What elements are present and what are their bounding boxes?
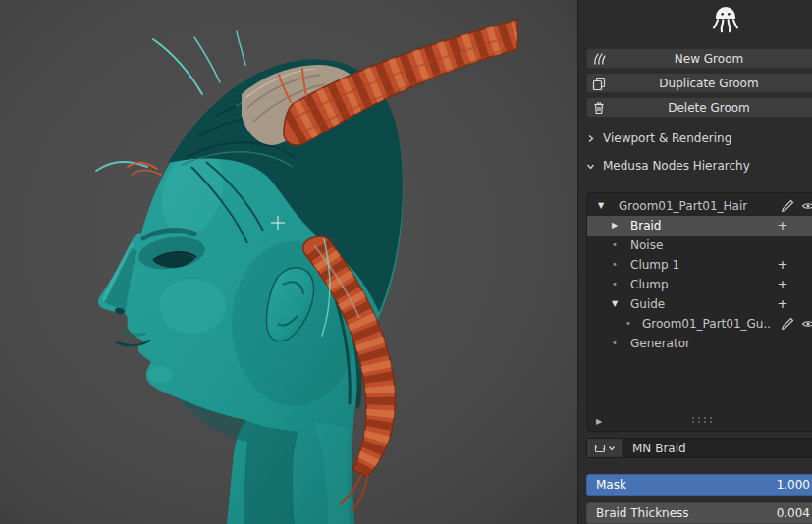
bullet-icon: • <box>609 255 621 275</box>
bullet-icon: • <box>609 334 621 353</box>
duplicate-icon <box>592 77 606 90</box>
tree-row-groom01-guide[interactable]: • Groom01_Part01_Gu... <box>587 314 812 334</box>
pencil-icon[interactable] <box>781 317 794 331</box>
tree-expand-icon[interactable]: ▶ <box>596 417 602 426</box>
chevron-right-icon <box>586 134 595 143</box>
mask-slider-value: 1.000 <box>777 478 810 492</box>
bullet-icon: • <box>609 236 621 255</box>
collapsed-disclosure-icon[interactable]: ▶ <box>609 216 621 236</box>
3d-viewport[interactable] <box>0 0 577 524</box>
node-group-icon <box>594 443 606 454</box>
bullet-icon: • <box>623 314 634 334</box>
tree-row-label: Generator <box>630 337 690 350</box>
viewport-canvas[interactable] <box>0 0 577 524</box>
tree-row-label: Clump <box>630 278 669 291</box>
tree-row-label: Braid <box>630 219 661 233</box>
braid-thickness-value: 0.004 <box>777 506 810 520</box>
trash-icon <box>592 101 606 115</box>
mask-slider[interactable]: Mask 1.000 <box>586 474 812 496</box>
braid-thickness-slider[interactable]: Braid Thickness 0.004 <box>586 502 812 524</box>
medusa-nodes-tree: ▼ Groom01_Part01_Hair ▶ Braid + • Noise … <box>586 192 812 432</box>
pencil-icon[interactable] <box>781 199 794 213</box>
section-hierarchy-label: Medusa Nodes Hierarchy <box>603 159 750 173</box>
add-node-button[interactable]: + <box>776 216 789 236</box>
expanded-disclosure-icon[interactable]: ▼ <box>609 294 621 314</box>
section-viewport-rendering[interactable]: Viewport & Rendering <box>586 129 812 148</box>
sidebar-panel: New Groom Duplicate Groom Delete Groom V… <box>577 0 812 524</box>
section-medusa-hierarchy[interactable]: Medusa Nodes Hierarchy <box>586 156 812 176</box>
mask-slider-label: Mask <box>596 478 626 492</box>
delete-groom-button[interactable]: Delete Groom <box>586 97 812 118</box>
tree-row-label: Groom01_Part01_Gu... <box>642 317 770 331</box>
medusa-logo-icon <box>710 3 741 42</box>
delete-groom-label: Delete Groom <box>668 101 750 115</box>
tree-row-label: Groom01_Part01_Hair <box>619 199 747 213</box>
add-node-button[interactable]: + <box>776 275 789 294</box>
new-groom-label: New Groom <box>675 52 743 66</box>
tree-row-braid[interactable]: ▶ Braid + <box>587 216 812 236</box>
resize-grip[interactable] <box>692 417 694 419</box>
hair-strands-icon <box>592 52 606 66</box>
braid-thickness-label: Braid Thickness <box>596 506 689 520</box>
add-node-button[interactable]: + <box>776 255 789 275</box>
node-group-label: MN Braid <box>632 442 686 455</box>
section-viewport-label: Viewport & Rendering <box>603 131 731 145</box>
tree-row-label: Guide <box>630 297 665 311</box>
add-node-button[interactable]: + <box>776 294 789 314</box>
tree-row-clump1[interactable]: • Clump 1 + <box>587 255 812 275</box>
duplicate-groom-button[interactable]: Duplicate Groom <box>586 73 812 93</box>
chevron-down-icon <box>608 445 616 452</box>
tree-row-label: Noise <box>630 238 663 252</box>
tree-row-groom01-hair[interactable]: ▼ Groom01_Part01_Hair <box>587 196 812 216</box>
eye-icon[interactable] <box>801 199 812 213</box>
node-group-chip[interactable] <box>587 439 623 457</box>
chevron-down-icon <box>586 162 595 171</box>
new-groom-button[interactable]: New Groom <box>586 48 812 69</box>
tree-row-noise[interactable]: • Noise <box>587 236 812 255</box>
bullet-icon: • <box>609 275 621 294</box>
tree-row-label: Clump 1 <box>630 258 679 272</box>
tree-row-generator[interactable]: • Generator <box>587 334 812 353</box>
expanded-disclosure-icon[interactable]: ▼ <box>595 196 607 216</box>
eye-icon[interactable] <box>801 317 812 331</box>
tree-row-clump[interactable]: • Clump + <box>587 275 812 294</box>
tree-row-guide[interactable]: ▼ Guide + <box>587 294 812 314</box>
node-group-selector[interactable]: MN Braid <box>586 438 812 458</box>
duplicate-groom-label: Duplicate Groom <box>659 77 758 90</box>
